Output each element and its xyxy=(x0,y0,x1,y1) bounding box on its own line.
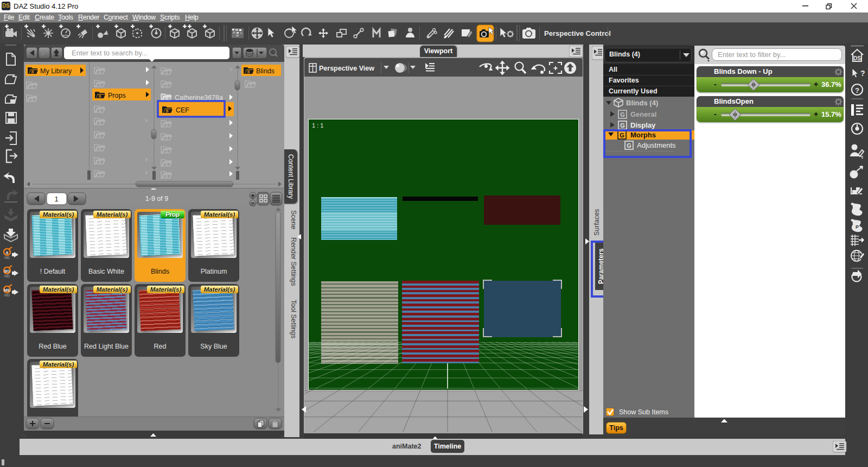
svg-text:ME: ME xyxy=(4,288,11,293)
svg-text:G: G xyxy=(620,111,625,118)
svg-text:Blinds: Blinds xyxy=(256,67,275,75)
svg-text:1: 1 xyxy=(54,195,58,203)
svg-text:8G: 8G xyxy=(4,269,10,274)
svg-text:Props: Props xyxy=(108,92,126,99)
svg-text:?: ? xyxy=(860,69,865,78)
svg-text:Perspective Control: Perspective Control xyxy=(544,29,611,37)
svg-text:1-9 of 9: 1-9 of 9 xyxy=(145,195,168,203)
svg-text:Blinds (4): Blinds (4) xyxy=(626,99,658,107)
svg-text:HD: HD xyxy=(4,274,10,278)
svg-text:Show Sub Items: Show Sub Items xyxy=(619,408,668,416)
svg-text:Enter text to search by...: Enter text to search by... xyxy=(72,49,148,57)
svg-text:CEF: CEF xyxy=(176,106,189,114)
svg-text:HD: HD xyxy=(4,293,10,297)
svg-text:HD: HD xyxy=(4,256,10,260)
svg-text:8: 8 xyxy=(6,250,9,255)
svg-text:General: General xyxy=(630,110,656,118)
svg-text:Perspective View: Perspective View xyxy=(319,65,374,72)
svg-text:G: G xyxy=(620,122,625,129)
svg-text:P: P xyxy=(856,224,859,230)
svg-text:DS: DS xyxy=(853,55,861,61)
svg-text:Display: Display xyxy=(630,121,656,129)
svg-text:My Library: My Library xyxy=(40,67,72,75)
svg-text:?: ? xyxy=(855,86,859,94)
